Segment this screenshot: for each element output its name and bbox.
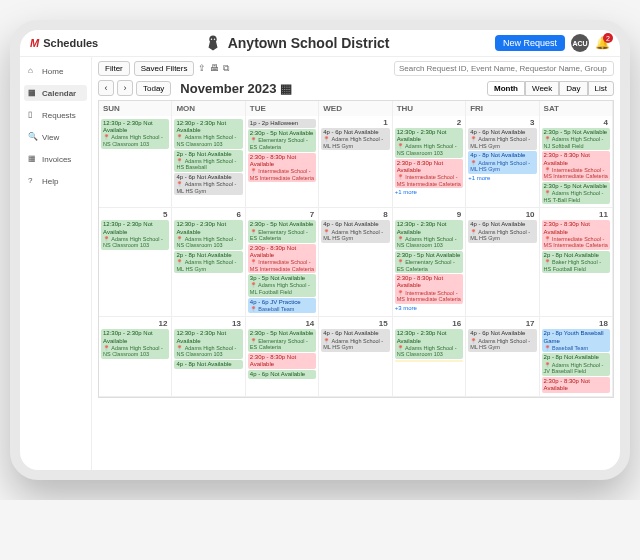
event[interactable]: 12:30p - 2:30p Not Available📍 Adams High… (395, 329, 463, 359)
event[interactable]: 2:30p - 5p Not Available📍 Elementary Sch… (248, 220, 316, 242)
calendar-cell[interactable]: 12:30p - 2:30p Not Available📍 Adams High… (172, 116, 245, 208)
calendar-cell[interactable]: 142:30p - 5p Not Available📍 Elementary S… (246, 317, 319, 397)
event[interactable] (395, 360, 463, 362)
event[interactable]: 2:30p - 8:30p Not Available📍 Intermediat… (542, 151, 610, 181)
event[interactable]: 3p - 5p Not Available📍 Adams High School… (248, 274, 316, 296)
calendar-cell[interactable]: 612:30p - 2:30p Not Available📍 Adams Hig… (172, 208, 245, 317)
event[interactable]: 2:30p - 5p Not Available📍 Adams High Sch… (542, 128, 610, 150)
copy-icon[interactable]: ⧉ (223, 63, 229, 74)
event[interactable]: 12:30p - 2:30p Not Available📍 Adams High… (395, 220, 463, 250)
event[interactable]: 2p - 8p Not Available📍 Adams High School… (542, 353, 610, 375)
event[interactable]: 4p - 8p Not Available (174, 360, 242, 369)
today-button[interactable]: Today (136, 81, 171, 96)
event[interactable]: 2:30p - 8:30p Not Available📍 Intermediat… (248, 244, 316, 274)
calendar-cell[interactable]: 174p - 6p Not Available📍 Adams High Scho… (466, 317, 539, 397)
calendar-cell[interactable]: 154p - 6p Not Available📍 Adams High Scho… (319, 317, 392, 397)
more-link[interactable]: +3 more (395, 305, 463, 311)
calendar-cell[interactable]: 84p - 6p Not Available📍 Adams High Schoo… (319, 208, 392, 317)
event-location: 📍 Elementary School - ES Cafeteria (250, 137, 314, 150)
sidebar-item-requests[interactable]: ▯Requests (24, 107, 87, 123)
event[interactable]: 2:30p - 8:30p Not Available📍 Intermediat… (542, 220, 610, 250)
event[interactable]: 1p - 2p Halloween (248, 119, 316, 128)
event[interactable]: 12:30p - 2:30p Not Available📍 Adams High… (174, 329, 242, 359)
notification-bell-icon[interactable]: 🔔2 (595, 36, 610, 50)
event[interactable]: 2:30p - 5p Not Available📍 Elementary Sch… (248, 129, 316, 151)
day-number: 13 (174, 319, 242, 328)
district-name: Anytown School District (228, 35, 390, 51)
event[interactable]: 2p - 8p Not Available📍 Adams High School… (174, 150, 242, 172)
view-month[interactable]: Month (487, 81, 525, 96)
calendar-cell[interactable]: 72:30p - 5p Not Available📍 Elementary Sc… (246, 208, 319, 317)
dayhead: TUE (246, 101, 319, 116)
calendar-cell[interactable]: 1612:30p - 2:30p Not Available📍 Adams Hi… (393, 317, 466, 397)
search-input[interactable] (394, 61, 614, 76)
event[interactable]: 2:30p - 5p Not Available📍 Elementary Sch… (395, 251, 463, 273)
event[interactable]: 12:30p - 2:30p Not Available📍 Adams High… (174, 220, 242, 250)
sidebar-item-home[interactable]: ⌂Home (24, 63, 87, 79)
calendar-cell[interactable]: 12:30p - 2:30p Not Available📍 Adams High… (99, 116, 172, 208)
event[interactable]: 4p - 6p Not Available📍 Adams High School… (321, 329, 389, 351)
event[interactable]: 2p - 8p Not Available📍 Adams High School… (174, 251, 242, 273)
calendar-cell[interactable]: 1212:30p - 2:30p Not Available📍 Adams Hi… (99, 317, 172, 397)
calendar-cell[interactable]: 182p - 8p Youth Baseball Game📍 Baseball … (540, 317, 613, 397)
more-link[interactable]: +1 more (468, 175, 536, 181)
event[interactable]: 12:30p - 2:30p Not Available📍 Adams High… (101, 220, 169, 250)
event[interactable]: 12:30p - 2:30p Not Available📍 Adams High… (174, 119, 242, 149)
calendar-cell[interactable]: 42:30p - 5p Not Available📍 Adams High Sc… (540, 116, 613, 208)
event[interactable]: 2:30p - 8:30p Not Available📍 Intermediat… (248, 153, 316, 183)
view-day[interactable]: Day (559, 81, 587, 96)
event[interactable]: 4p - 8p Not Available📍 Adams High School… (468, 151, 536, 173)
event[interactable]: 12:30p - 2:30p Not Available📍 Adams High… (101, 329, 169, 359)
event-location: 📍 Intermediate School - MS Intermediate … (397, 174, 461, 187)
avatar[interactable]: ACU (571, 34, 589, 52)
view-week[interactable]: Week (525, 81, 559, 96)
event[interactable]: 12:30p - 2:30p Not Available📍 Adams High… (395, 128, 463, 158)
event-location: 📍 Adams High School - ML HS Gym (323, 136, 387, 149)
event[interactable]: 4p - 6p Not Available📍 Adams High School… (468, 220, 536, 242)
calendar-cell[interactable]: 512:30p - 2:30p Not Available📍 Adams Hig… (99, 208, 172, 317)
event[interactable]: 2:30p - 8:30p Not Available📍 Intermediat… (395, 159, 463, 189)
saved-filters-button[interactable]: Saved Filters (134, 61, 195, 76)
event[interactable]: 2:30p - 5p Not Available📍 Adams High Sch… (542, 182, 610, 204)
event[interactable]: 2:30p - 8:30p Not Available (248, 353, 316, 369)
more-link[interactable]: +1 more (395, 189, 463, 195)
sidebar-item-help[interactable]: ?Help (24, 173, 87, 189)
event[interactable]: 4p - 6p Not Available📍 Adams High School… (468, 128, 536, 150)
next-month-button[interactable]: › (117, 80, 133, 96)
event[interactable]: 4p - 6p JV Practice📍 Baseball Team (248, 298, 316, 314)
calendar-cell[interactable]: 912:30p - 2:30p Not Available📍 Adams Hig… (393, 208, 466, 317)
view-list[interactable]: List (588, 81, 614, 96)
calendar-cell[interactable]: 34p - 6p Not Available📍 Adams High Schoo… (466, 116, 539, 208)
event[interactable]: 4p - 6p Not Available📍 Adams High School… (321, 128, 389, 150)
event[interactable]: 12:30p - 2:30p Not Available📍 Adams High… (101, 119, 169, 149)
event[interactable]: 2p - 8p Not Available📍 Baker High School… (542, 251, 610, 273)
filter-button[interactable]: Filter (98, 61, 130, 76)
event[interactable]: 2p - 8p Youth Baseball Game📍 Baseball Te… (542, 329, 610, 352)
print-icon[interactable]: 🖶 (210, 63, 219, 74)
event-location: 📍 Adams High School - JV Baseball Field (544, 362, 608, 375)
calendar-cell[interactable]: 1p - 2p Halloween2:30p - 5p Not Availabl… (246, 116, 319, 208)
calendar-cell[interactable]: 104p - 6p Not Available📍 Adams High Scho… (466, 208, 539, 317)
event[interactable]: 4p - 6p Not Available📍 Adams High School… (468, 329, 536, 351)
event[interactable]: 2:30p - 8:30p Not Available📍 Intermediat… (395, 274, 463, 304)
calendar-cell[interactable]: 112:30p - 8:30p Not Available📍 Intermedi… (540, 208, 613, 317)
event[interactable]: 2:30p - 8:30p Not Available (542, 377, 610, 393)
event[interactable]: 4p - 6p Not Available (248, 370, 316, 379)
prev-month-button[interactable]: ‹ (98, 80, 114, 96)
new-request-button[interactable]: New Request (495, 35, 565, 51)
calendar-cell[interactable]: 212:30p - 2:30p Not Available📍 Adams Hig… (393, 116, 466, 208)
event[interactable]: 2:30p - 5p Not Available📍 Elementary Sch… (248, 329, 316, 351)
event-location: 📍 Elementary School - ES Cafeteria (397, 259, 461, 272)
calendar-cell[interactable]: 14p - 6p Not Available📍 Adams High Schoo… (319, 116, 392, 208)
share-icon[interactable]: ⇪ (198, 63, 206, 74)
sidebar-item-calendar[interactable]: ▦Calendar (24, 85, 87, 101)
event[interactable]: 4p - 6p Not Available📍 Adams High School… (174, 173, 242, 195)
sidebar-item-view[interactable]: 🔍View (24, 129, 87, 145)
event[interactable]: 4p - 6p Not Available📍 Adams High School… (321, 220, 389, 242)
sidebar-item-invoices[interactable]: ▦Invoices (24, 151, 87, 167)
brand-name: Schedules (43, 37, 98, 49)
calendar-picker-icon[interactable]: ▦ (280, 81, 292, 96)
sidebar-item-label: View (42, 133, 59, 142)
district-title: Anytown School District (204, 34, 390, 52)
calendar-cell[interactable]: 1312:30p - 2:30p Not Available📍 Adams Hi… (172, 317, 245, 397)
